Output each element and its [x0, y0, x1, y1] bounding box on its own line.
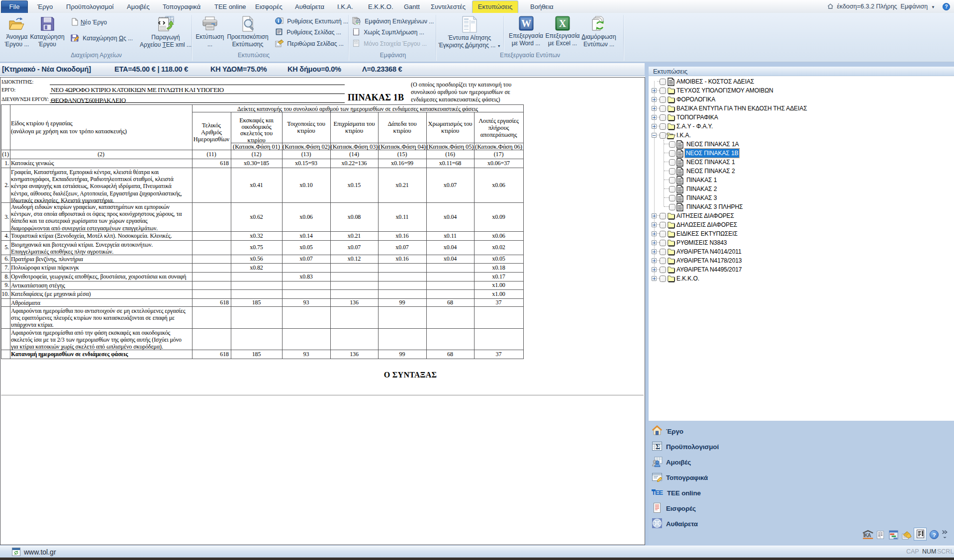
svg-text:X: X	[559, 18, 567, 29]
svg-text:?: ?	[945, 4, 948, 9]
svg-text:W: W	[521, 18, 531, 29]
svg-text:?: ?	[932, 532, 936, 539]
svg-text:Σ: Σ	[656, 443, 660, 451]
svg-text:IKA: IKA	[863, 533, 871, 538]
